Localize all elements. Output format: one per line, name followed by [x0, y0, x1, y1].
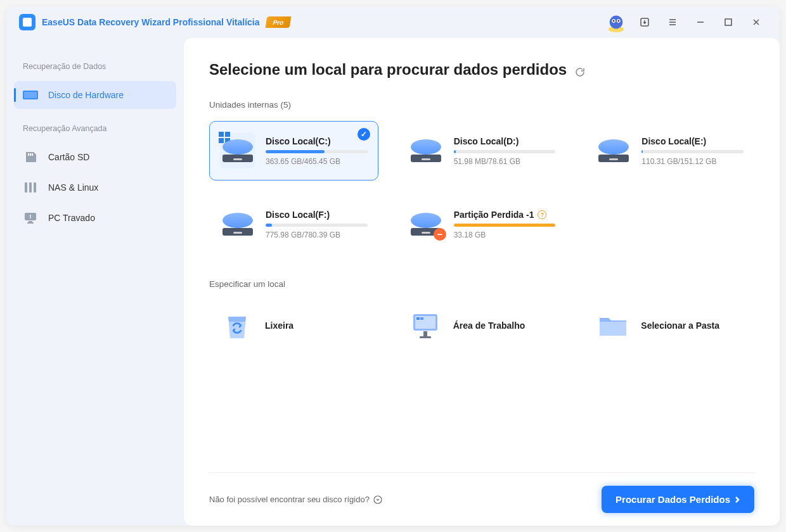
- location-name: Área de Trabalho: [453, 320, 525, 331]
- drive-name: Disco Local(C:): [266, 136, 368, 146]
- account-avatar-icon[interactable]: [605, 11, 628, 34]
- sidebar-item-label: Disco de Hardware: [48, 90, 124, 100]
- drive-card-c[interactable]: ✓ Disco Local(C:) 363.65 GB/465.45 GB: [209, 121, 378, 180]
- maximize-button[interactable]: [718, 11, 739, 33]
- drive-name: Disco Local(D:): [454, 136, 556, 146]
- titlebar: EaseUS Data Recovery Wizard Profissional…: [6, 6, 780, 38]
- location-grid: Lixeira Área de Trabalho Selecionar a Pa…: [209, 300, 754, 351]
- drive-card-d[interactable]: Disco Local(D:) 51.98 MB/78.61 GB: [397, 121, 567, 180]
- svg-rect-19: [25, 182, 27, 193]
- sidebar-item-nas-linux[interactable]: NAS & Linux: [14, 174, 176, 201]
- drive-size: 51.98 MB/78.61 GB: [454, 157, 556, 166]
- svg-text:!: !: [30, 213, 32, 220]
- sidebar-item-label: NAS & Linux: [48, 182, 98, 193]
- location-select-folder[interactable]: Selecionar a Pasta: [585, 300, 754, 351]
- sidebar-section-data-recovery: Recuperação de Dados: [14, 57, 176, 79]
- sidebar-item-label: PC Travado: [48, 213, 95, 223]
- chevron-down-icon: [373, 495, 382, 504]
- refresh-icon[interactable]: [574, 64, 586, 75]
- drive-grid: ✓ Disco Local(C:) 363.65 GB/465.45 GB: [209, 121, 754, 254]
- minimize-button[interactable]: [690, 11, 711, 33]
- drive-size: 110.31 GB/151.12 GB: [641, 157, 744, 166]
- svg-rect-30: [423, 331, 427, 336]
- drive-icon: [220, 133, 255, 168]
- svg-rect-29: [420, 317, 423, 320]
- sidebar: Recuperação de Dados Disco de Hardware R…: [6, 38, 184, 526]
- drive-name: Disco Local(F:): [266, 210, 368, 220]
- sd-card-icon: [23, 151, 38, 163]
- location-name: Selecionar a Pasta: [641, 320, 719, 331]
- drive-size: 33.18 GB: [454, 231, 556, 239]
- sidebar-item-hardware-disk[interactable]: Disco de Hardware: [14, 81, 176, 109]
- svg-point-5: [617, 20, 619, 22]
- drive-name: Partição Perdida -1 ?: [454, 210, 556, 220]
- info-icon[interactable]: ?: [538, 210, 546, 219]
- sidebar-item-crashed-pc[interactable]: ! PC Travado: [14, 204, 176, 232]
- footer: Não foi possível encontrar seu disco ríg…: [209, 472, 754, 526]
- main-panel: Selecione um local para procurar dados p…: [184, 38, 780, 526]
- svg-rect-11: [725, 19, 731, 25]
- scan-button-label: Procurar Dados Perdidos: [615, 494, 730, 505]
- drive-card-f[interactable]: Disco Local(F:) 775.98 GB/780.39 GB: [209, 194, 378, 254]
- chevron-right-icon: [734, 495, 740, 504]
- drive-size: 775.98 GB/780.39 GB: [266, 231, 368, 239]
- drive-usage-bar: [266, 150, 368, 153]
- download-icon[interactable]: [634, 11, 655, 33]
- svg-rect-20: [29, 182, 32, 193]
- lost-partition-badge-icon: −: [434, 228, 446, 241]
- sidebar-item-label: Cartão SD: [48, 152, 89, 162]
- hardware-disk-icon: [23, 89, 38, 101]
- app-window: EaseUS Data Recovery Wizard Profissional…: [6, 6, 780, 526]
- page-heading: Selecione um local para procurar dados p…: [209, 61, 754, 79]
- specify-location-label: Especificar um local: [209, 279, 754, 289]
- drive-usage-bar: [266, 224, 368, 227]
- close-button[interactable]: [745, 11, 767, 33]
- drive-icon: [220, 206, 255, 242]
- drive-icon: [596, 133, 631, 168]
- check-icon: ✓: [358, 128, 370, 141]
- page-heading-text: Selecione um local para procurar dados p…: [209, 61, 567, 79]
- drive-card-e[interactable]: Disco Local(E:) 110.31 GB/151.12 GB: [585, 121, 754, 180]
- svg-rect-28: [416, 317, 420, 320]
- drive-name: Disco Local(E:): [641, 136, 744, 146]
- desktop-icon: [408, 308, 443, 343]
- sidebar-section-advanced: Recuperação Avançada: [14, 119, 176, 141]
- svg-point-4: [613, 20, 615, 22]
- svg-rect-17: [30, 153, 31, 156]
- svg-rect-18: [32, 153, 33, 156]
- svg-rect-16: [28, 153, 29, 156]
- recycle-bin-icon: [219, 308, 255, 343]
- pro-badge: Pro: [265, 16, 291, 28]
- svg-point-1: [610, 16, 623, 29]
- app-title: EaseUS Data Recovery Wizard Profissional…: [42, 17, 260, 27]
- location-name: Lixeira: [265, 320, 293, 331]
- svg-rect-24: [27, 222, 34, 224]
- drive-usage-bar: [454, 150, 556, 153]
- menu-icon[interactable]: [662, 11, 683, 33]
- folder-icon: [595, 308, 631, 343]
- svg-rect-23: [29, 221, 32, 222]
- svg-point-32: [374, 496, 382, 504]
- crashed-pc-icon: !: [23, 212, 38, 224]
- app-body: Recuperação de Dados Disco de Hardware R…: [6, 38, 780, 526]
- drive-icon: [408, 133, 444, 168]
- internal-drives-label: Unidades internas (5): [209, 100, 754, 110]
- svg-rect-31: [420, 336, 431, 338]
- footer-help-link[interactable]: Não foi possível encontrar seu disco ríg…: [209, 495, 382, 504]
- drive-name-text: Partição Perdida -1: [454, 210, 534, 220]
- drive-usage-bar: [454, 224, 556, 227]
- location-recycle-bin[interactable]: Lixeira: [209, 300, 378, 351]
- footer-help-text: Não foi possível encontrar seu disco ríg…: [209, 495, 370, 504]
- svg-rect-21: [34, 182, 36, 193]
- drive-icon: −: [408, 206, 444, 242]
- drive-size: 363.65 GB/465.45 GB: [266, 157, 368, 166]
- location-desktop[interactable]: Área de Trabalho: [397, 300, 567, 351]
- nas-icon: [23, 181, 38, 194]
- app-logo-icon: [19, 14, 35, 30]
- drive-card-lost-partition[interactable]: − Partição Perdida -1 ? 33.18 GB: [397, 194, 567, 254]
- sidebar-item-sd-card[interactable]: Cartão SD: [14, 143, 176, 171]
- scan-button[interactable]: Procurar Dados Perdidos: [602, 486, 754, 513]
- drive-usage-bar: [641, 150, 744, 153]
- svg-rect-15: [24, 92, 37, 98]
